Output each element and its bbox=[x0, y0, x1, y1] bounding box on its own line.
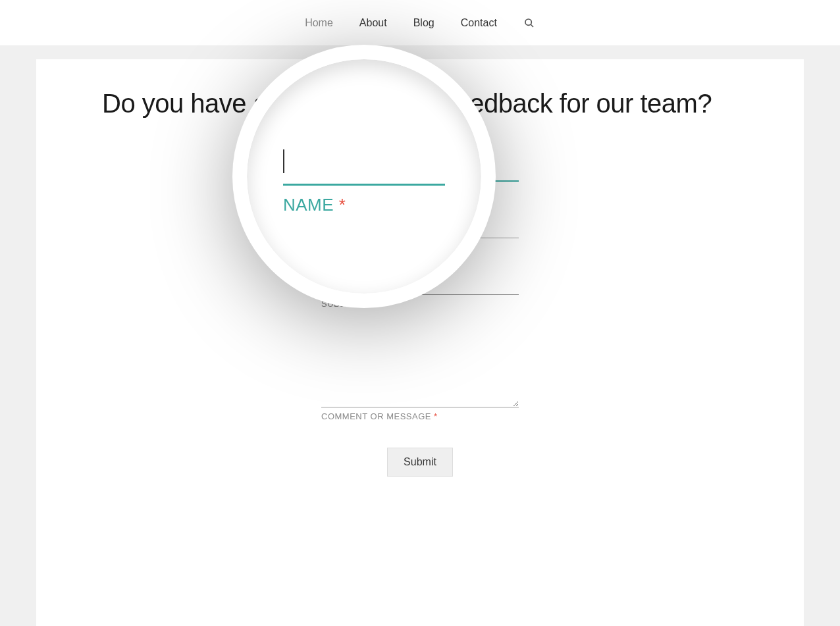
content-wrapper: Do you have any questions or feedback fo… bbox=[0, 46, 840, 626]
name-input[interactable] bbox=[321, 158, 519, 182]
main-navbar: Home About Blog Contact bbox=[0, 0, 840, 46]
submit-button[interactable]: Submit bbox=[387, 448, 453, 477]
svg-point-0 bbox=[525, 19, 531, 25]
contact-form: NAME * EMAIL * SUBJECT * C bbox=[321, 158, 519, 477]
message-label: COMMENT OR MESSAGE * bbox=[321, 411, 519, 421]
subject-field-group: SUBJECT * bbox=[321, 272, 519, 309]
required-star: * bbox=[350, 186, 354, 196]
nav-links-container: Home About Blog Contact bbox=[305, 17, 535, 29]
required-star: * bbox=[351, 242, 355, 252]
svg-line-1 bbox=[531, 24, 533, 27]
name-field-group: NAME * bbox=[321, 158, 519, 196]
required-star: * bbox=[434, 411, 438, 421]
subject-label: SUBJECT * bbox=[321, 299, 519, 309]
nav-link-home[interactable]: Home bbox=[305, 17, 333, 29]
submit-container: Submit bbox=[321, 448, 519, 477]
nav-link-contact[interactable]: Contact bbox=[461, 17, 497, 29]
message-field-group: COMMENT OR MESSAGE * bbox=[321, 328, 519, 421]
message-textarea[interactable] bbox=[321, 328, 519, 407]
email-label: EMAIL * bbox=[321, 242, 519, 252]
nav-link-blog[interactable]: Blog bbox=[413, 17, 434, 29]
search-icon[interactable] bbox=[523, 17, 535, 29]
subject-input[interactable] bbox=[321, 272, 519, 295]
nav-link-about[interactable]: About bbox=[359, 17, 387, 29]
page-title: Do you have any questions or feedback fo… bbox=[102, 89, 738, 118]
content-card: Do you have any questions or feedback fo… bbox=[36, 59, 804, 626]
name-label: NAME * bbox=[321, 186, 519, 196]
email-field-group: EMAIL * bbox=[321, 215, 519, 252]
required-star: * bbox=[365, 299, 369, 309]
email-input[interactable] bbox=[321, 215, 519, 238]
